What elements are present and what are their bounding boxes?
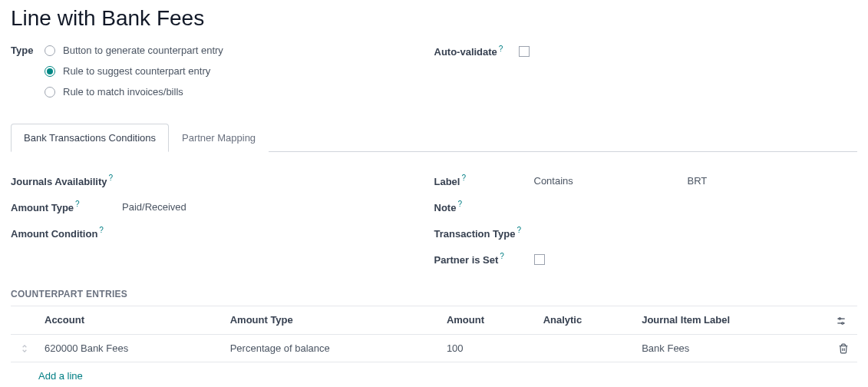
partner-is-set-label: Partner is Set [434, 254, 499, 266]
col-amount-type: Amount Type [224, 306, 441, 334]
help-icon[interactable]: ? [499, 45, 503, 53]
label-value[interactable]: BRT [688, 175, 708, 187]
help-icon[interactable]: ? [517, 226, 521, 234]
auto-validate-label: Auto-validate [434, 46, 497, 58]
radio-label: Rule to match invoices/bills [63, 86, 183, 98]
auto-validate-checkbox[interactable] [519, 46, 530, 57]
cell-analytic[interactable] [537, 334, 636, 362]
tabs: Bank Transactions Conditions Partner Map… [11, 124, 857, 152]
cell-account[interactable]: 620000 Bank Fees [38, 334, 224, 362]
help-icon[interactable]: ? [500, 252, 504, 260]
help-icon[interactable]: ? [457, 200, 462, 208]
page-title: Line with Bank Fees [11, 6, 857, 31]
note-label: Note [434, 202, 457, 213]
cell-amount-type[interactable]: Percentage of balance [224, 334, 441, 362]
trash-icon[interactable] [838, 342, 849, 354]
radio-icon [45, 45, 55, 56]
label-operator[interactable]: Contains [534, 175, 688, 187]
radio-label: Button to generate counterpart entry [63, 45, 223, 56]
tab-bank-conditions[interactable]: Bank Transactions Conditions [11, 124, 169, 152]
cell-amount[interactable]: 100 [441, 334, 537, 362]
radio-label: Rule to suggest counterpart entry [63, 65, 210, 77]
radio-icon [45, 87, 55, 98]
amount-type-value[interactable]: Paid/Received [122, 201, 276, 213]
drag-handle-icon[interactable] [19, 342, 30, 354]
col-analytic: Analytic [537, 306, 636, 334]
tab-partner-mapping[interactable]: Partner Mapping [169, 124, 269, 152]
col-account: Account [38, 306, 224, 334]
svg-point-1 [839, 317, 840, 319]
help-icon[interactable]: ? [461, 174, 466, 182]
settings-icon[interactable] [836, 314, 847, 326]
type-label: Type [11, 45, 33, 56]
conditions-form: Journals Availability? Amount Type? Paid… [11, 152, 857, 281]
amount-condition-label: Amount Condition [11, 228, 97, 240]
partner-is-set-checkbox[interactable] [534, 254, 545, 265]
col-amount: Amount [441, 306, 537, 334]
add-line-link[interactable]: Add a line [11, 362, 89, 387]
radio-rule-match[interactable]: Rule to match invoices/bills [45, 86, 434, 98]
radio-icon [45, 66, 55, 77]
counterpart-section-header: Counterpart Entries [11, 281, 857, 306]
col-journal-item-label: Journal Item Label [635, 306, 830, 334]
radio-button-generate[interactable]: Button to generate counterpart entry [45, 45, 434, 56]
journals-availability-label: Journals Availability [11, 176, 107, 187]
radio-rule-suggest[interactable]: Rule to suggest counterpart entry [45, 65, 434, 77]
amount-type-label: Amount Type [11, 202, 74, 213]
counterpart-table: Account Amount Type Amount Analytic Jour… [11, 306, 857, 362]
label-label: Label [434, 176, 460, 187]
transaction-type-label: Transaction Type [434, 228, 516, 240]
help-icon[interactable]: ? [75, 200, 80, 208]
top-form-section: Type Button to generate counterpart entr… [11, 45, 857, 107]
help-icon[interactable]: ? [99, 226, 104, 234]
svg-point-3 [842, 322, 843, 323]
cell-journal-item-label[interactable]: Bank Fees [635, 334, 830, 362]
table-row[interactable]: 620000 Bank Fees Percentage of balance 1… [11, 334, 857, 362]
help-icon[interactable]: ? [108, 174, 113, 182]
